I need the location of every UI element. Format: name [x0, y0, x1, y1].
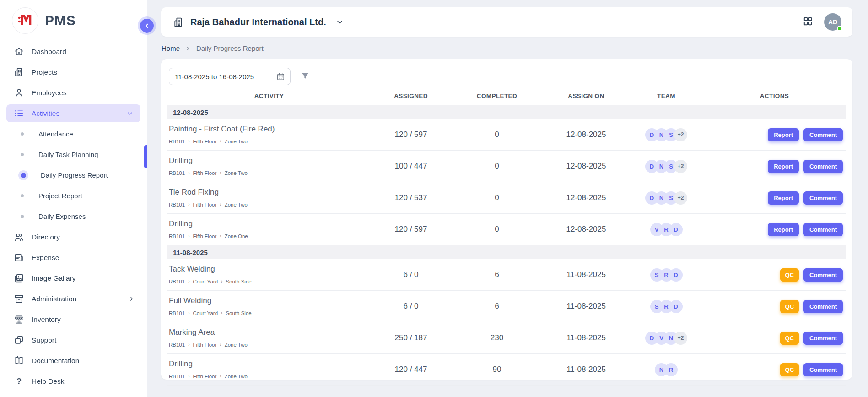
table-row: Painting - First Coat (Fire Red) RB101›F… — [167, 119, 846, 151]
column-header-team: TEAM — [630, 92, 703, 99]
path-segment: South Side — [226, 310, 251, 316]
comment-button[interactable]: Comment — [803, 268, 843, 282]
activity-location-path: RB101›Court Yard›South Side — [169, 310, 371, 316]
team-avatar: R — [664, 363, 678, 376]
sidebar-item-support[interactable]: Support — [0, 330, 147, 350]
sidebar-item-documentation[interactable]: Documentation — [0, 350, 147, 371]
row-actions: ReportComment — [703, 191, 846, 205]
sidebar-item-label: Inventory — [32, 315, 137, 324]
apps-grid-button[interactable] — [803, 16, 813, 28]
activity-location-path: RB101›Fifth Floor›Zone Two — [169, 374, 371, 379]
sidebar-subitem-attendance[interactable]: Attendance — [0, 124, 147, 144]
sidebar-subitem-label: Daily Task Planning — [38, 151, 98, 158]
assign-on-value: 12-08-2025 — [543, 193, 630, 202]
column-header-completed: COMPLETED — [451, 92, 543, 99]
assign-on-value: 12-08-2025 — [543, 162, 630, 171]
team-avatar-more: +2 — [674, 160, 687, 173]
sidebar-item-dashboard[interactable]: Dashboard — [0, 41, 147, 62]
activity-name: Drilling — [169, 219, 371, 228]
home-icon — [14, 46, 24, 57]
path-segment: Court Yard — [193, 279, 218, 284]
path-chevron-icon: › — [188, 342, 189, 347]
company-selector[interactable]: Raja Bahadur International Ltd. — [173, 16, 345, 28]
comment-button[interactable]: Comment — [803, 160, 843, 173]
date-group-header: 12-08-2025 — [167, 105, 846, 119]
activity-name: Drilling — [169, 359, 371, 369]
column-header-activity: ACTIVITY — [167, 92, 371, 99]
row-actions: ReportComment — [703, 223, 846, 236]
building-icon — [173, 16, 184, 28]
path-segment: Zone Two — [225, 170, 248, 176]
sidebar-item-expense[interactable]: Expense — [0, 247, 147, 268]
sidebar-item-employees[interactable]: Employees — [0, 82, 147, 103]
comment-button[interactable]: Comment — [803, 300, 843, 313]
breadcrumb-home[interactable]: Home — [162, 44, 180, 52]
chevron-right-icon — [185, 46, 191, 51]
path-chevron-icon: › — [188, 139, 189, 144]
sidebar-menu: DashboardProjectsEmployeesActivitiesAtte… — [0, 38, 147, 392]
book-icon — [14, 355, 24, 366]
bullet-dot-icon — [21, 173, 26, 178]
team-avatars: SRD — [630, 268, 703, 282]
avatar-initials: AD — [828, 18, 837, 26]
sidebar-subitem-daily-expenses[interactable]: Daily Expenses — [0, 206, 147, 227]
sidebar-item-label: Help Desk — [32, 377, 137, 386]
column-header-actions: ACTIONS — [703, 92, 846, 99]
filter-button[interactable] — [300, 71, 310, 82]
path-segment: Fifth Floor — [193, 202, 217, 207]
app-logo: PMS — [0, 0, 147, 38]
path-segment: RB101 — [169, 234, 185, 239]
report-button[interactable]: Report — [768, 191, 799, 205]
sidebar-collapse-button[interactable] — [140, 19, 154, 33]
comment-button[interactable]: Comment — [803, 332, 843, 345]
report-button[interactable]: Report — [768, 223, 799, 236]
sidebar-item-inventory[interactable]: Inventory — [0, 309, 147, 330]
activity-name: Tack Welding — [169, 265, 371, 274]
sidebar-subitem-daily-progress-report[interactable]: Daily Progress Report — [0, 165, 147, 185]
calendar-icon[interactable] — [276, 72, 285, 81]
qc-button[interactable]: QC — [780, 300, 799, 313]
comment-button[interactable]: Comment — [803, 191, 843, 205]
comment-button[interactable]: Comment — [803, 128, 843, 141]
date-range-input[interactable] — [175, 73, 276, 81]
sidebar-subitem-project-report[interactable]: Project Report — [0, 185, 147, 206]
comment-button[interactable]: Comment — [803, 363, 843, 376]
path-chevron-icon: › — [188, 234, 189, 239]
path-chevron-icon: › — [221, 279, 222, 284]
chevron-down-icon — [334, 16, 345, 28]
comment-button[interactable]: Comment — [803, 223, 843, 236]
sidebar-item-label: Administration — [32, 295, 119, 303]
user-avatar[interactable]: AD — [824, 13, 841, 31]
qc-button[interactable]: QC — [780, 363, 799, 376]
assign-on-value: 12-08-2025 — [543, 225, 630, 234]
assigned-value: 120 / 597 — [371, 130, 451, 139]
path-segment: RB101 — [169, 202, 185, 207]
path-chevron-icon: › — [188, 202, 189, 207]
qc-button[interactable]: QC — [780, 268, 799, 282]
building-icon — [14, 67, 24, 77]
sidebar-item-projects[interactable]: Projects — [0, 62, 147, 82]
table-row: Full Welding RB101›Court Yard›South Side… — [167, 291, 846, 322]
report-button[interactable]: Report — [768, 128, 799, 141]
completed-value: 90 — [451, 365, 543, 374]
list-icon — [14, 108, 24, 119]
team-avatar-more: +2 — [674, 191, 687, 205]
completed-value: 0 — [451, 193, 543, 202]
report-button[interactable]: Report — [768, 160, 799, 173]
sidebar-item-help-desk[interactable]: ?Help Desk — [0, 371, 147, 392]
team-avatars: VRD — [630, 223, 703, 236]
activity-location-path: RB101›Court Yard›South Side — [169, 279, 371, 284]
sidebar-item-administration[interactable]: Administration — [0, 288, 147, 309]
app-title: PMS — [45, 13, 76, 28]
sidebar-item-activities[interactable]: Activities — [6, 104, 140, 122]
sidebar-item-image-gallary[interactable]: Image Gallary — [0, 268, 147, 288]
sidebar-subitem-daily-task-planning[interactable]: Daily Task Planning — [0, 144, 147, 165]
sidebar-item-label: Documentation — [32, 357, 137, 365]
sidebar-item-label: Image Gallary — [32, 274, 137, 283]
sidebar-subitem-label: Project Report — [38, 192, 82, 200]
team-avatars: DVN+2 — [630, 332, 703, 345]
qc-button[interactable]: QC — [780, 332, 799, 345]
team-avatars: DNS+2 — [630, 160, 703, 173]
sidebar-item-directory[interactable]: Directory — [0, 227, 147, 247]
sidebar-item-label: Expense — [32, 254, 137, 262]
